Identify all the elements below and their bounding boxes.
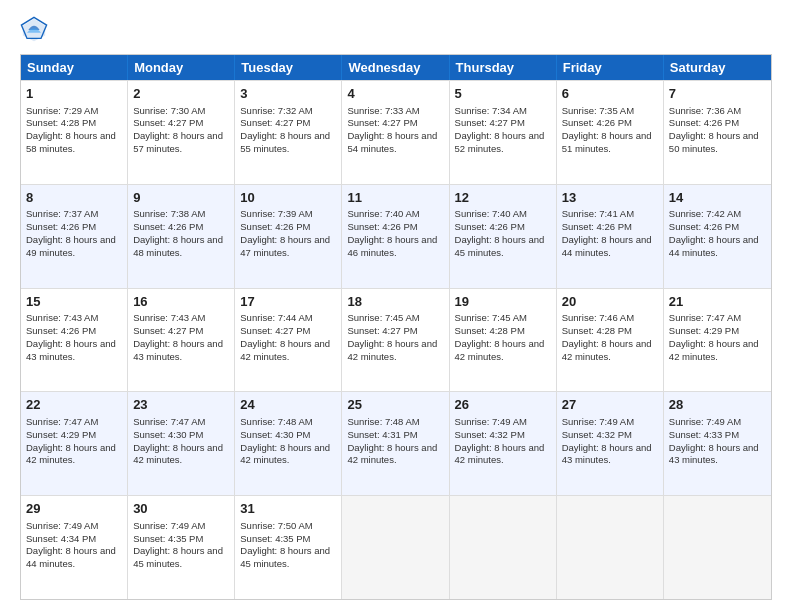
- sunrise-text: Sunrise: 7:36 AM: [669, 105, 741, 116]
- sunset-text: Sunset: 4:34 PM: [26, 533, 96, 544]
- sunrise-text: Sunrise: 7:46 AM: [562, 312, 634, 323]
- day-number: 20: [562, 293, 658, 311]
- sunrise-text: Sunrise: 7:29 AM: [26, 105, 98, 116]
- day-number: 3: [240, 85, 336, 103]
- day-number: 29: [26, 500, 122, 518]
- day-number: 11: [347, 189, 443, 207]
- daylight-text: Daylight: 8 hours and 43 minutes.: [26, 338, 116, 362]
- day-cell-16: 16Sunrise: 7:43 AMSunset: 4:27 PMDayligh…: [128, 289, 235, 392]
- day-cell-2: 2Sunrise: 7:30 AMSunset: 4:27 PMDaylight…: [128, 81, 235, 184]
- header-day-wednesday: Wednesday: [342, 55, 449, 80]
- empty-cell: [450, 496, 557, 599]
- sunrise-text: Sunrise: 7:40 AM: [347, 208, 419, 219]
- day-number: 8: [26, 189, 122, 207]
- sunrise-text: Sunrise: 7:42 AM: [669, 208, 741, 219]
- empty-cell: [557, 496, 664, 599]
- sunset-text: Sunset: 4:26 PM: [26, 221, 96, 232]
- sunset-text: Sunset: 4:26 PM: [347, 221, 417, 232]
- sunrise-text: Sunrise: 7:30 AM: [133, 105, 205, 116]
- day-number: 14: [669, 189, 766, 207]
- week-row-3: 15Sunrise: 7:43 AMSunset: 4:26 PMDayligh…: [21, 288, 771, 392]
- day-cell-11: 11Sunrise: 7:40 AMSunset: 4:26 PMDayligh…: [342, 185, 449, 288]
- sunrise-text: Sunrise: 7:47 AM: [26, 416, 98, 427]
- day-cell-18: 18Sunrise: 7:45 AMSunset: 4:27 PMDayligh…: [342, 289, 449, 392]
- daylight-text: Daylight: 8 hours and 43 minutes.: [133, 338, 223, 362]
- sunrise-text: Sunrise: 7:48 AM: [347, 416, 419, 427]
- sunset-text: Sunset: 4:26 PM: [562, 221, 632, 232]
- day-number: 22: [26, 396, 122, 414]
- day-cell-5: 5Sunrise: 7:34 AMSunset: 4:27 PMDaylight…: [450, 81, 557, 184]
- daylight-text: Daylight: 8 hours and 42 minutes.: [133, 442, 223, 466]
- day-cell-4: 4Sunrise: 7:33 AMSunset: 4:27 PMDaylight…: [342, 81, 449, 184]
- logo: [20, 16, 50, 44]
- day-cell-24: 24Sunrise: 7:48 AMSunset: 4:30 PMDayligh…: [235, 392, 342, 495]
- daylight-text: Daylight: 8 hours and 42 minutes.: [347, 338, 437, 362]
- week-row-2: 8Sunrise: 7:37 AMSunset: 4:26 PMDaylight…: [21, 184, 771, 288]
- daylight-text: Daylight: 8 hours and 42 minutes.: [240, 338, 330, 362]
- day-cell-21: 21Sunrise: 7:47 AMSunset: 4:29 PMDayligh…: [664, 289, 771, 392]
- sunset-text: Sunset: 4:29 PM: [669, 325, 739, 336]
- day-number: 31: [240, 500, 336, 518]
- daylight-text: Daylight: 8 hours and 50 minutes.: [669, 130, 759, 154]
- header-day-thursday: Thursday: [450, 55, 557, 80]
- day-number: 15: [26, 293, 122, 311]
- sunrise-text: Sunrise: 7:39 AM: [240, 208, 312, 219]
- sunrise-text: Sunrise: 7:32 AM: [240, 105, 312, 116]
- sunset-text: Sunset: 4:29 PM: [26, 429, 96, 440]
- calendar: SundayMondayTuesdayWednesdayThursdayFrid…: [20, 54, 772, 600]
- day-number: 28: [669, 396, 766, 414]
- daylight-text: Daylight: 8 hours and 42 minutes.: [455, 442, 545, 466]
- daylight-text: Daylight: 8 hours and 55 minutes.: [240, 130, 330, 154]
- day-cell-25: 25Sunrise: 7:48 AMSunset: 4:31 PMDayligh…: [342, 392, 449, 495]
- day-cell-20: 20Sunrise: 7:46 AMSunset: 4:28 PMDayligh…: [557, 289, 664, 392]
- day-number: 5: [455, 85, 551, 103]
- daylight-text: Daylight: 8 hours and 42 minutes.: [347, 442, 437, 466]
- sunset-text: Sunset: 4:28 PM: [455, 325, 525, 336]
- day-cell-6: 6Sunrise: 7:35 AMSunset: 4:26 PMDaylight…: [557, 81, 664, 184]
- sunset-text: Sunset: 4:27 PM: [347, 117, 417, 128]
- week-row-1: 1Sunrise: 7:29 AMSunset: 4:28 PMDaylight…: [21, 80, 771, 184]
- page: SundayMondayTuesdayWednesdayThursdayFrid…: [0, 0, 792, 612]
- sunrise-text: Sunrise: 7:33 AM: [347, 105, 419, 116]
- sunset-text: Sunset: 4:26 PM: [669, 221, 739, 232]
- day-cell-8: 8Sunrise: 7:37 AMSunset: 4:26 PMDaylight…: [21, 185, 128, 288]
- day-cell-3: 3Sunrise: 7:32 AMSunset: 4:27 PMDaylight…: [235, 81, 342, 184]
- sunrise-text: Sunrise: 7:43 AM: [133, 312, 205, 323]
- sunrise-text: Sunrise: 7:35 AM: [562, 105, 634, 116]
- day-number: 24: [240, 396, 336, 414]
- day-number: 30: [133, 500, 229, 518]
- header-day-sunday: Sunday: [21, 55, 128, 80]
- sunset-text: Sunset: 4:26 PM: [240, 221, 310, 232]
- daylight-text: Daylight: 8 hours and 54 minutes.: [347, 130, 437, 154]
- daylight-text: Daylight: 8 hours and 45 minutes.: [240, 545, 330, 569]
- daylight-text: Daylight: 8 hours and 44 minutes.: [26, 545, 116, 569]
- daylight-text: Daylight: 8 hours and 44 minutes.: [562, 234, 652, 258]
- daylight-text: Daylight: 8 hours and 52 minutes.: [455, 130, 545, 154]
- day-number: 26: [455, 396, 551, 414]
- daylight-text: Daylight: 8 hours and 43 minutes.: [669, 442, 759, 466]
- day-number: 2: [133, 85, 229, 103]
- daylight-text: Daylight: 8 hours and 42 minutes.: [240, 442, 330, 466]
- daylight-text: Daylight: 8 hours and 44 minutes.: [669, 234, 759, 258]
- sunrise-text: Sunrise: 7:41 AM: [562, 208, 634, 219]
- sunrise-text: Sunrise: 7:49 AM: [562, 416, 634, 427]
- sunrise-text: Sunrise: 7:48 AM: [240, 416, 312, 427]
- daylight-text: Daylight: 8 hours and 45 minutes.: [133, 545, 223, 569]
- sunrise-text: Sunrise: 7:49 AM: [26, 520, 98, 531]
- day-cell-29: 29Sunrise: 7:49 AMSunset: 4:34 PMDayligh…: [21, 496, 128, 599]
- sunrise-text: Sunrise: 7:49 AM: [669, 416, 741, 427]
- sunrise-text: Sunrise: 7:49 AM: [133, 520, 205, 531]
- sunrise-text: Sunrise: 7:45 AM: [347, 312, 419, 323]
- day-cell-26: 26Sunrise: 7:49 AMSunset: 4:32 PMDayligh…: [450, 392, 557, 495]
- daylight-text: Daylight: 8 hours and 57 minutes.: [133, 130, 223, 154]
- sunset-text: Sunset: 4:28 PM: [26, 117, 96, 128]
- sunset-text: Sunset: 4:26 PM: [455, 221, 525, 232]
- day-number: 1: [26, 85, 122, 103]
- sunset-text: Sunset: 4:27 PM: [347, 325, 417, 336]
- sunset-text: Sunset: 4:26 PM: [26, 325, 96, 336]
- sunrise-text: Sunrise: 7:44 AM: [240, 312, 312, 323]
- sunrise-text: Sunrise: 7:38 AM: [133, 208, 205, 219]
- day-number: 4: [347, 85, 443, 103]
- week-row-4: 22Sunrise: 7:47 AMSunset: 4:29 PMDayligh…: [21, 391, 771, 495]
- empty-cell: [342, 496, 449, 599]
